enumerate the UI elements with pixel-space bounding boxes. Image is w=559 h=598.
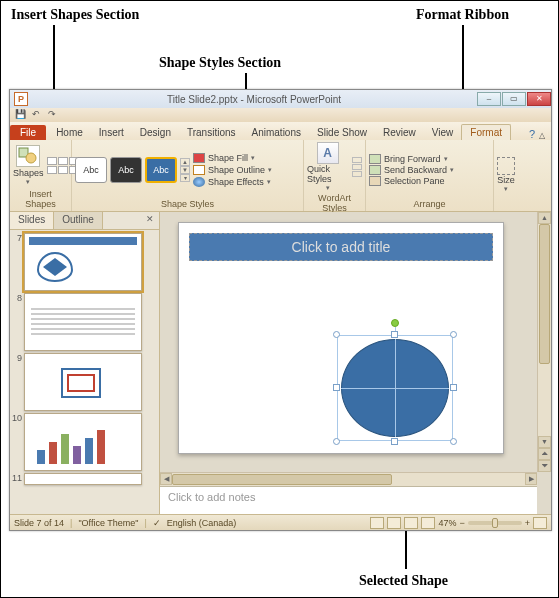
- workspace: Slides Outline ✕ 7 8: [10, 212, 551, 514]
- slide-thumbnail[interactable]: [24, 353, 142, 411]
- slide: Click to add title: [178, 222, 504, 454]
- send-backward-label: Send Backward: [384, 165, 447, 175]
- shape-style-swatch[interactable]: Abc: [110, 157, 142, 183]
- collapse-ribbon-icon[interactable]: △: [539, 131, 545, 140]
- resize-handle[interactable]: [450, 331, 457, 338]
- panel-tab-outline[interactable]: Outline: [54, 212, 103, 229]
- panel-tab-slides[interactable]: Slides: [10, 212, 54, 229]
- group-label: Insert Shapes: [13, 188, 68, 209]
- scroll-up-icon[interactable]: ▲: [538, 212, 551, 224]
- fit-to-window-icon[interactable]: [533, 517, 547, 529]
- vertical-scrollbar[interactable]: ▲ ▼ ⏶ ⏷: [537, 212, 551, 472]
- tab-animations[interactable]: Animations: [244, 125, 309, 140]
- resize-handle[interactable]: [450, 438, 457, 445]
- group-label: WordArt Styles: [307, 192, 362, 213]
- maximize-button[interactable]: ▭: [502, 92, 526, 106]
- wordart-mini-tools[interactable]: [352, 157, 362, 177]
- zoom-in-icon[interactable]: +: [525, 518, 530, 528]
- panel-close-icon[interactable]: ✕: [141, 212, 159, 229]
- view-slideshow-icon[interactable]: [421, 517, 435, 529]
- size-icon: [497, 157, 515, 175]
- tab-transitions[interactable]: Transitions: [179, 125, 244, 140]
- rotate-handle[interactable]: [391, 319, 399, 327]
- slides-panel: Slides Outline ✕ 7 8: [10, 212, 160, 514]
- resize-handle[interactable]: [333, 331, 340, 338]
- thumb-number: 11: [12, 473, 24, 485]
- qat-undo-icon[interactable]: ↶: [30, 109, 42, 121]
- group-label: [497, 208, 548, 209]
- chevron-down-icon: ▾: [326, 184, 330, 192]
- quick-styles-button[interactable]: A Quick Styles ▾: [307, 142, 348, 192]
- zoom-slider[interactable]: [468, 521, 522, 525]
- language-status[interactable]: English (Canada): [167, 518, 237, 528]
- shapes-icon: [16, 145, 40, 167]
- selection-pane-icon: [369, 176, 381, 186]
- slide-canvas[interactable]: Click to add title: [160, 212, 551, 472]
- zoom-out-icon[interactable]: −: [459, 518, 464, 528]
- tab-home[interactable]: Home: [48, 125, 91, 140]
- minimize-button[interactable]: –: [477, 92, 501, 106]
- file-tab[interactable]: File: [10, 125, 46, 140]
- qat-save-icon[interactable]: 💾: [14, 109, 26, 121]
- view-normal-icon[interactable]: [370, 517, 384, 529]
- shape-fill-button[interactable]: Shape Fill▾: [193, 153, 272, 163]
- scroll-thumb[interactable]: [172, 474, 392, 485]
- group-label: Shape Styles: [75, 198, 300, 209]
- send-backward-icon: [369, 165, 381, 175]
- send-backward-button[interactable]: Send Backward▾: [369, 165, 454, 175]
- statusbar: Slide 7 of 14 | "Office Theme" | ✓ Engli…: [10, 514, 551, 530]
- tab-slideshow[interactable]: Slide Show: [309, 125, 375, 140]
- help-icon[interactable]: ?: [529, 128, 535, 140]
- resize-handle[interactable]: [391, 438, 398, 445]
- view-sorter-icon[interactable]: [387, 517, 401, 529]
- size-button[interactable]: Size ▾: [497, 157, 515, 193]
- gallery-spinner[interactable]: ▲▼▾: [180, 158, 190, 182]
- qat-redo-icon[interactable]: ↷: [46, 109, 58, 121]
- slide-thumbnail[interactable]: [24, 473, 142, 485]
- title-placeholder[interactable]: Click to add title: [189, 233, 493, 261]
- slide-thumbnail[interactable]: [24, 293, 142, 351]
- shape-outline-button[interactable]: Shape Outline▾: [193, 165, 272, 175]
- tab-review[interactable]: Review: [375, 125, 424, 140]
- slide-thumbnail[interactable]: [24, 233, 142, 291]
- prev-slide-icon[interactable]: ⏶: [538, 448, 551, 460]
- chevron-down-icon: ▾: [26, 178, 30, 186]
- main-area: Click to add title: [160, 212, 551, 514]
- bring-forward-button[interactable]: Bring Forward▾: [369, 154, 454, 164]
- next-slide-icon[interactable]: ⏷: [538, 460, 551, 472]
- shape-fill-label: Shape Fill: [208, 153, 248, 163]
- selected-shape[interactable]: [331, 329, 459, 447]
- scroll-thumb[interactable]: [539, 224, 550, 364]
- slide-thumbnail[interactable]: [24, 413, 142, 471]
- zoom-level[interactable]: 47%: [438, 518, 456, 528]
- horizontal-scrollbar[interactable]: ◀ ▶: [160, 472, 537, 486]
- resize-handle[interactable]: [450, 384, 457, 391]
- scroll-down-icon[interactable]: ▼: [538, 436, 551, 448]
- shape-style-swatch-selected[interactable]: Abc: [145, 157, 177, 183]
- quick-styles-label: Quick Styles: [307, 164, 348, 184]
- tab-view[interactable]: View: [424, 125, 462, 140]
- tab-format[interactable]: Format: [461, 124, 511, 140]
- ribbon-tabs: File Home Insert Design Transitions Anim…: [10, 122, 551, 140]
- close-button[interactable]: ✕: [527, 92, 551, 106]
- resize-handle[interactable]: [333, 438, 340, 445]
- shape-style-swatch[interactable]: Abc: [75, 157, 107, 183]
- zoom-thumb[interactable]: [492, 518, 498, 528]
- view-reading-icon[interactable]: [404, 517, 418, 529]
- app-window: P Title Slide2.pptx - Microsoft PowerPoi…: [9, 89, 552, 531]
- tab-insert[interactable]: Insert: [91, 125, 132, 140]
- group-wordart-styles: A Quick Styles ▾ WordArt Styles: [304, 140, 366, 211]
- chevron-down-icon: ▾: [251, 154, 255, 162]
- thumb-number: 8: [12, 293, 24, 351]
- shapes-button[interactable]: Shapes ▾: [13, 145, 44, 186]
- resize-handle[interactable]: [333, 384, 340, 391]
- spellcheck-icon[interactable]: ✓: [153, 518, 161, 528]
- selection-pane-button[interactable]: Selection Pane: [369, 176, 454, 186]
- shape-effects-button[interactable]: Shape Effects▾: [193, 177, 272, 187]
- resize-handle[interactable]: [391, 331, 398, 338]
- scroll-right-icon[interactable]: ▶: [525, 473, 537, 485]
- tab-design[interactable]: Design: [132, 125, 179, 140]
- svg-rect-4: [61, 434, 69, 464]
- notes-pane[interactable]: Click to add notes: [160, 486, 537, 514]
- scroll-left-icon[interactable]: ◀: [160, 473, 172, 485]
